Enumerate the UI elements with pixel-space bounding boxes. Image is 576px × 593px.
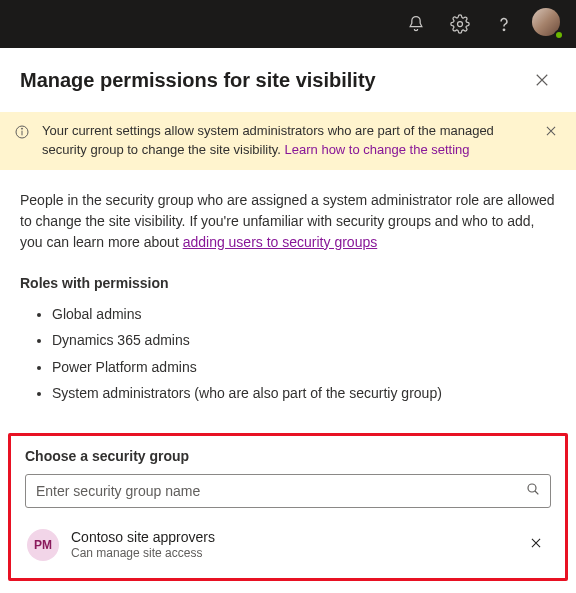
roles-list: Global admins Dynamics 365 admins Power … [20,301,556,407]
svg-point-4 [21,128,22,129]
roles-heading: Roles with permission [20,275,556,291]
group-avatar: PM [27,529,59,561]
security-group-label: Choose a security group [25,448,551,464]
role-item: Power Platform admins [52,354,556,381]
user-avatar[interactable] [532,8,564,40]
banner-link[interactable]: Learn how to change the setting [285,142,470,157]
info-banner: Your current settings allow system admin… [0,112,576,170]
group-name: Contoso site approvers [71,528,511,546]
info-icon [14,124,32,146]
panel-description: People in the security group who are ass… [20,190,556,253]
banner-close-button[interactable] [544,124,562,144]
panel-title: Manage permissions for site visibility [20,69,376,92]
security-group-search [25,474,551,508]
app-topbar [0,0,576,48]
group-description: Can manage site access [71,546,511,562]
presence-indicator [554,30,564,40]
panel-body: People in the security group who are ass… [0,170,576,427]
manage-permissions-panel: Manage permissions for site visibility Y… [0,48,576,581]
remove-group-button[interactable] [523,530,549,560]
role-item: System administrators (who are also part… [52,380,556,407]
close-panel-button[interactable] [528,66,556,94]
svg-point-1 [503,29,504,30]
svg-point-0 [458,22,463,27]
description-link[interactable]: adding users to security groups [183,234,378,250]
group-info: Contoso site approvers Can manage site a… [71,528,511,562]
security-group-input[interactable] [25,474,551,508]
notifications-icon[interactable] [400,8,432,40]
role-item: Dynamics 365 admins [52,327,556,354]
role-item: Global admins [52,301,556,328]
panel-header: Manage permissions for site visibility [0,48,576,112]
selected-group-row: PM Contoso site approvers Can manage sit… [25,524,551,566]
security-group-section: Choose a security group PM Contoso site … [8,433,568,581]
info-banner-text: Your current settings allow system admin… [42,122,534,160]
help-icon[interactable] [488,8,520,40]
gear-icon[interactable] [444,8,476,40]
